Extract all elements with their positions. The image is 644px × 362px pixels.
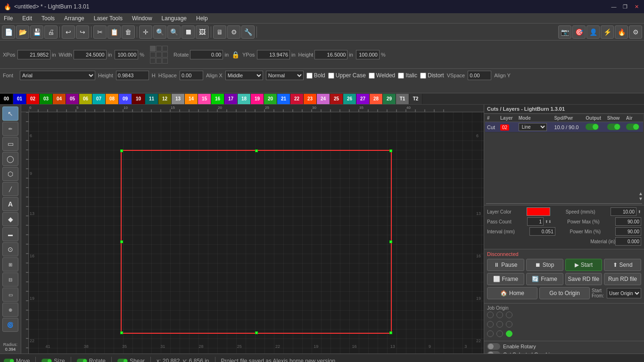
row-show[interactable] — [605, 122, 624, 132]
scroll-down[interactable]: ▼ — [638, 196, 643, 201]
move-button[interactable]: ✛ — [139, 25, 152, 39]
polygon-tool[interactable]: ⬡ — [2, 167, 18, 181]
layer-15[interactable]: 15 — [198, 94, 211, 104]
cut-button[interactable]: ✂ — [93, 25, 107, 39]
tools-button[interactable]: 🔧 — [241, 25, 255, 39]
power-min-input[interactable] — [615, 227, 641, 236]
measure-tool[interactable]: ▬ — [2, 227, 18, 241]
frame2-button[interactable]: 🔄 Frame — [526, 273, 563, 285]
row-mode[interactable]: Line — [517, 122, 553, 132]
zoom-fit-button[interactable]: 🔍 — [153, 25, 166, 39]
layer-23[interactable]: 23 — [304, 94, 317, 104]
layer-10[interactable]: 10 — [132, 94, 145, 104]
h-scrollbar[interactable] — [486, 203, 642, 204]
rectangle-tool[interactable]: ▭ — [2, 137, 18, 151]
layer-t1[interactable]: T1 — [396, 94, 409, 104]
scroll-up[interactable]: ▲ — [638, 191, 643, 196]
layer-13[interactable]: 13 — [172, 94, 185, 104]
origin-bl[interactable] — [150, 58, 156, 64]
device-settings-button[interactable]: 🖥 — [213, 25, 226, 39]
close-button[interactable]: ✕ — [633, 3, 640, 10]
open-button[interactable]: 📂 — [16, 25, 29, 39]
frame1-button[interactable]: ⬜ Frame — [487, 273, 524, 285]
italic-checkbox[interactable]: Italic — [398, 72, 417, 79]
goto-origin-button[interactable]: Go to Origin — [539, 287, 590, 299]
font-height-input[interactable] — [116, 71, 149, 80]
vspace-input[interactable] — [468, 71, 491, 80]
layer-color-swatch[interactable] — [527, 207, 550, 216]
power-max-input[interactable] — [615, 217, 641, 226]
origin-br[interactable] — [162, 58, 168, 64]
rotate-toggle[interactable] — [77, 359, 87, 362]
layer-17[interactable]: 17 — [224, 94, 238, 104]
width-input[interactable] — [74, 50, 107, 59]
select-tool[interactable]: ↖ — [2, 107, 18, 121]
home-button[interactable]: 🏠 Home — [487, 287, 537, 299]
layer-29[interactable]: 29 — [383, 94, 396, 104]
text-tool[interactable]: A — [2, 197, 18, 211]
undo-button[interactable]: ↩ — [62, 25, 75, 39]
handle-bl[interactable] — [120, 331, 123, 334]
handle-ml[interactable] — [120, 240, 123, 243]
layer-19[interactable]: 19 — [251, 94, 264, 104]
origin-mr[interactable] — [162, 52, 168, 58]
ungroup-tool[interactable]: ⊟ — [2, 272, 18, 287]
maximize-button[interactable]: ❐ — [621, 3, 629, 10]
welded-checkbox[interactable]: Welded — [369, 72, 395, 79]
row-air[interactable] — [624, 122, 643, 132]
hspace-input[interactable] — [180, 71, 203, 80]
layer-01[interactable]: 01 — [13, 94, 26, 104]
layer-07[interactable]: 07 — [92, 94, 106, 104]
origin-tr[interactable] — [162, 46, 168, 51]
origin-ml-dot[interactable] — [487, 321, 494, 328]
offset-tool[interactable]: ⊕ — [2, 303, 18, 317]
layer-12[interactable]: 12 — [158, 94, 172, 104]
interval-input[interactable] — [529, 227, 555, 236]
delete-button[interactable]: 🗑 — [122, 25, 135, 39]
origin-ml[interactable] — [150, 52, 156, 58]
handle-tc[interactable] — [255, 149, 258, 152]
redo-button[interactable]: ↪ — [76, 25, 89, 39]
layer-27[interactable]: 27 — [356, 94, 370, 104]
handle-tr[interactable] — [389, 149, 392, 152]
origin-tc[interactable] — [156, 46, 162, 51]
material-input[interactable] — [615, 237, 641, 246]
row-output[interactable] — [584, 122, 605, 132]
calibrate-button[interactable]: 🎯 — [572, 25, 586, 39]
power-button[interactable]: ⚙ — [629, 25, 642, 39]
run-rd-button[interactable]: Run RD file — [604, 273, 641, 285]
minimize-button[interactable]: — — [610, 3, 618, 10]
handle-mr[interactable] — [389, 240, 392, 243]
menu-file[interactable]: File — [2, 14, 15, 23]
boolean-tool[interactable]: ▭ — [2, 288, 18, 302]
zoom-sel-button[interactable]: 🔍 — [167, 25, 181, 39]
pass-count-input[interactable] — [527, 217, 544, 226]
speed-input[interactable] — [611, 207, 636, 216]
settings-button[interactable]: ⚙ — [227, 25, 240, 39]
menu-laser-tools[interactable]: Laser Tools — [92, 14, 124, 23]
origin-mr-dot[interactable] — [506, 321, 512, 328]
align-x-select[interactable]: Middle — [225, 71, 263, 80]
mode-select[interactable]: Line — [519, 123, 547, 131]
pause-button[interactable]: ⏸ Pause — [487, 259, 524, 271]
layer-28[interactable]: 28 — [370, 94, 383, 104]
row-layer[interactable]: 02 — [498, 122, 517, 132]
layer-03[interactable]: 03 — [40, 94, 53, 104]
layer-11[interactable]: 11 — [145, 94, 158, 104]
layer-badge[interactable]: 02 — [500, 124, 509, 131]
layer-00[interactable]: 00 — [0, 94, 13, 104]
layer-t2[interactable]: T2 — [409, 94, 422, 104]
circle-tool[interactable]: ⊙ — [2, 242, 18, 256]
rotate-input[interactable] — [190, 50, 223, 59]
layer-05[interactable]: 05 — [66, 94, 79, 104]
layer-16[interactable]: 16 — [211, 94, 224, 104]
spiral-tool[interactable]: 🌀 — [2, 318, 18, 332]
select-rect-button[interactable]: 🔲 — [182, 25, 195, 39]
line-tool[interactable]: ╱ — [2, 182, 18, 196]
menu-edit[interactable]: Edit — [20, 14, 34, 23]
save-button[interactable]: 💾 — [30, 25, 43, 39]
layer-08[interactable]: 08 — [106, 94, 119, 104]
pass-spin[interactable]: ⬆⬇ — [545, 220, 552, 224]
normal-select[interactable]: Normal — [266, 71, 304, 80]
height-input[interactable] — [314, 50, 347, 59]
